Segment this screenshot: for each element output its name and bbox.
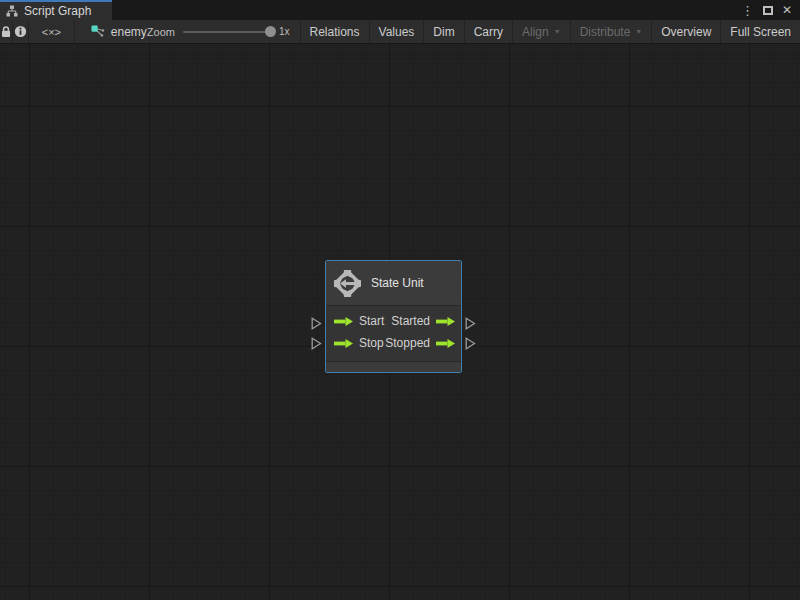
start-input-connection-port[interactable] (311, 317, 322, 330)
overview-button[interactable]: Overview (651, 20, 720, 43)
graph-canvas[interactable]: State Unit Start Started (0, 44, 800, 600)
started-output-port[interactable]: Started (391, 314, 455, 328)
distribute-dropdown: Distribute ▼ (570, 20, 652, 43)
node-body: Start Started Stop (326, 306, 461, 361)
node-header[interactable]: State Unit (326, 261, 461, 306)
align-dropdown: Align ▼ (512, 20, 570, 43)
tab-title: Script Graph (24, 4, 91, 18)
zoom-slider[interactable] (183, 31, 271, 33)
port-label: Stop (359, 336, 384, 350)
full-screen-label: Full Screen (730, 25, 791, 39)
info-icon (14, 25, 27, 38)
maximize-icon[interactable] (763, 6, 773, 15)
values-label: Values (379, 25, 415, 39)
port-row: Stop Stopped (326, 332, 461, 354)
dim-button[interactable]: Dim (423, 20, 463, 43)
graph-breadcrumb[interactable]: enemy (75, 20, 147, 43)
port-label: Stopped (385, 336, 430, 350)
overview-label: Overview (661, 25, 711, 39)
values-button[interactable]: Values (369, 20, 424, 43)
stopped-output-port[interactable]: Stopped (385, 336, 455, 350)
flow-arrow-icon (436, 339, 455, 348)
info-button[interactable] (13, 20, 29, 43)
port-label: Start (359, 314, 384, 328)
state-unit-icon (334, 270, 361, 297)
graph-hierarchy-icon (6, 5, 18, 17)
flow-arrow-icon (334, 317, 353, 326)
zoom-value: 1x (279, 26, 290, 37)
port-label: Started (391, 314, 430, 328)
window-controls: ⋮ ✕ (741, 0, 800, 20)
stop-input-port[interactable]: Stop (334, 336, 384, 350)
relations-label: Relations (310, 25, 360, 39)
relations-button[interactable]: Relations (300, 20, 369, 43)
graph-name: enemy (111, 25, 147, 39)
node-footer (326, 361, 461, 372)
script-graph-icon (91, 25, 105, 39)
flow-arrow-icon (334, 339, 353, 348)
carry-button[interactable]: Carry (464, 20, 512, 43)
chevron-down-icon: ▼ (635, 28, 642, 35)
flow-arrow-icon (436, 317, 455, 326)
stopped-output-connection-port[interactable] (465, 337, 476, 350)
zoom-slider-handle[interactable] (265, 26, 276, 37)
distribute-label: Distribute (580, 25, 631, 39)
start-input-port[interactable]: Start (334, 314, 384, 328)
toolbar: <×> enemy Zoom 1x Relations Values Dim C… (0, 20, 800, 44)
zoom-label: Zoom (147, 26, 175, 38)
zoom-control: Zoom 1x (147, 20, 290, 43)
tab-script-graph[interactable]: Script Graph (0, 0, 112, 20)
code-icon: <×> (42, 26, 61, 38)
carry-label: Carry (474, 25, 503, 39)
chevron-down-icon: ▼ (554, 28, 561, 35)
full-screen-button[interactable]: Full Screen (720, 20, 800, 43)
node-title: State Unit (371, 276, 424, 290)
started-output-connection-port[interactable] (465, 317, 476, 330)
stop-input-connection-port[interactable] (311, 337, 322, 350)
close-icon[interactable]: ✕ (782, 4, 792, 16)
state-unit-node[interactable]: State Unit Start Started (325, 260, 462, 373)
dim-label: Dim (433, 25, 454, 39)
lock-button[interactable] (0, 20, 13, 43)
lock-icon (0, 25, 12, 38)
align-label: Align (522, 25, 549, 39)
port-row: Start Started (326, 310, 461, 332)
window-menu-icon[interactable]: ⋮ (741, 4, 754, 17)
tab-bar: Script Graph ⋮ ✕ (0, 0, 800, 20)
toolbar-right-buttons: Relations Values Dim Carry Align ▼ Distr… (300, 20, 800, 43)
code-preview-button[interactable]: <×> (29, 20, 75, 43)
